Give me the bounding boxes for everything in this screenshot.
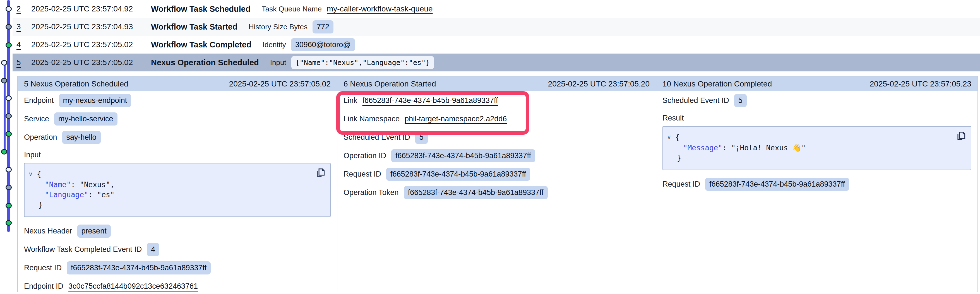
event-detail-label: Identity: [262, 40, 286, 49]
operation-id-badge: f665283f-743e-4374-b45b-9a61a89337ff: [391, 149, 535, 162]
wtce-id-badge: 4: [147, 243, 159, 256]
scheduled-event-id-badge: 5: [734, 94, 747, 107]
timeline-dot-scheduled: [1, 60, 7, 65]
event-history-view: 2 2025-02-25 UTC 23:57:04.92 Workflow Ta…: [0, 0, 980, 294]
field-endpoint: Endpoint my-nexus-endpoint: [24, 95, 331, 106]
panel-title: 6 Nexus Operation Started: [344, 79, 436, 88]
panel-nexus-operation-scheduled: 5 Nexus Operation Scheduled 2025-02-25 U…: [18, 76, 337, 292]
timeline-dot-completed: [6, 131, 12, 137]
collapse-chevron-icon[interactable]: ∨: [29, 169, 37, 179]
operation-badge: say-hello: [62, 131, 101, 144]
panel-header: 10 Nexus Operation Completed 2025-02-25 …: [656, 76, 977, 91]
panel-timestamp: 2025-02-25 UTC 23:57:05.02: [229, 79, 331, 88]
collapse-chevron-icon[interactable]: ∨: [667, 132, 675, 142]
event-name: Workflow Task Completed: [151, 40, 251, 49]
input-json-viewer: ∨{ "Name": "Nexus", "Language": "es" }: [24, 163, 331, 217]
endpoint-id-link[interactable]: 3c0c75ccfa8144b092c13ce632463761: [68, 282, 198, 291]
scheduled-event-id-badge: 5: [415, 131, 428, 144]
field-request-id: Request ID f665283f-743e-4374-b45b-9a61a…: [24, 262, 331, 273]
timeline-line-branch: [4, 63, 6, 153]
event-name: Workflow Task Scheduled: [151, 5, 251, 14]
event-detail-label: Input: [270, 58, 286, 67]
event-row-4[interactable]: 4 2025-02-25 UTC 23:57:05.02 Workflow Ta…: [13, 36, 980, 54]
result-section-label: Result: [662, 113, 971, 123]
field-request-id: Request ID f665283f-743e-4374-b45b-9a61a…: [344, 168, 650, 180]
timeline-dot-scheduled: [6, 6, 12, 12]
panel-title: 10 Nexus Operation Completed: [662, 79, 772, 88]
input-preview-badge: {"Name":"Nexus","Language":"es"}: [291, 56, 434, 69]
field-link-namespace: Link Namespace phil-target-namespace2.a2…: [344, 113, 650, 124]
event-detail-label: Task Queue Name: [262, 5, 322, 13]
event-group-detail: 5 Nexus Operation Scheduled 2025-02-25 U…: [17, 76, 978, 292]
timeline-dot-scheduled: [6, 95, 12, 101]
request-id-badge: f665283f-743e-4374-b45b-9a61a89337ff: [67, 261, 211, 275]
field-request-id: Request ID f665283f-743e-4374-b45b-9a61a…: [662, 178, 971, 190]
timeline-dot-started: [6, 113, 12, 119]
field-scheduled-event-id: Scheduled Event ID 5: [344, 132, 650, 143]
copy-icon[interactable]: [956, 130, 966, 141]
timeline-dot-completed: [6, 203, 12, 208]
event-name: Workflow Task Started: [151, 22, 237, 32]
event-detail-label: History Size Bytes: [249, 22, 307, 31]
timeline-dot-scheduled: [6, 167, 12, 172]
request-id-badge: f665283f-743e-4374-b45b-9a61a89337ff: [705, 178, 849, 191]
endpoint-badge: my-nexus-endpoint: [59, 94, 131, 107]
nexus-header-badge: present: [77, 224, 111, 238]
request-id-badge: f665283f-743e-4374-b45b-9a61a89337ff: [386, 168, 530, 181]
event-row-3[interactable]: 3 2025-02-25 UTC 23:57:04.93 Workflow Ta…: [13, 18, 980, 36]
panel-timestamp: 2025-02-25 UTC 23:57:05.20: [548, 79, 650, 88]
panel-title: 5 Nexus Operation Scheduled: [24, 79, 128, 88]
timeline-dot-started: [1, 78, 7, 83]
event-id-link[interactable]: 3: [16, 22, 31, 31]
input-section-label: Input: [24, 150, 331, 160]
operation-token-badge: f665283f-743e-4374-b45b-9a61a89337ff: [404, 186, 548, 199]
link-namespace-link[interactable]: phil-target-namespace2.a2dd6: [405, 114, 507, 123]
service-badge: my-hello-service: [54, 113, 118, 126]
timeline-dot-started: [6, 24, 12, 30]
timeline-dot-completed: [1, 149, 7, 154]
field-endpoint-id: Endpoint ID 3c0c75ccfa8144b092c13ce63246…: [24, 281, 331, 292]
event-timestamp: 2025-02-25 UTC 23:57:04.93: [31, 22, 151, 31]
panel-timestamp: 2025-02-25 UTC 23:57:05.23: [870, 79, 971, 88]
event-timestamp: 2025-02-25 UTC 23:57:05.02: [31, 58, 151, 67]
field-nexus-header: Nexus Header present: [24, 226, 331, 237]
timeline-dot-completed: [6, 42, 12, 48]
event-id-link[interactable]: 5: [16, 58, 31, 67]
identity-badge: 30960@totoro@: [291, 38, 355, 51]
field-operation-token: Operation Token f665283f-743e-4374-b45b-…: [344, 187, 650, 198]
link-workflow-link[interactable]: f665283f-743e-4374-b45b-9a61a89337ff: [363, 96, 498, 105]
field-scheduled-event-id: Scheduled Event ID 5: [662, 95, 971, 106]
event-id-link[interactable]: 4: [16, 40, 31, 49]
field-operation: Operation say-hello: [24, 132, 331, 143]
event-id-link[interactable]: 2: [16, 5, 31, 13]
panel-header: 5 Nexus Operation Scheduled 2025-02-25 U…: [18, 76, 337, 91]
event-name: Nexus Operation Scheduled: [151, 58, 259, 67]
field-link: Link f665283f-743e-4374-b45b-9a61a89337f…: [344, 95, 650, 106]
event-timestamp: 2025-02-25 UTC 23:57:04.92: [31, 5, 151, 13]
field-operation-id: Operation ID f665283f-743e-4374-b45b-9a6…: [344, 150, 650, 161]
event-row-5-selected[interactable]: 5 2025-02-25 UTC 23:57:05.02 Nexus Opera…: [13, 54, 980, 72]
field-service: Service my-hello-service: [24, 113, 331, 124]
task-queue-link[interactable]: my-caller-workflow-task-queue: [327, 5, 433, 13]
history-size-badge: 772: [313, 21, 334, 33]
result-json-viewer: ∨{ "Message": "¡Hola! Nexus 👋" }: [662, 126, 971, 170]
panel-header: 6 Nexus Operation Started 2025-02-25 UTC…: [337, 76, 656, 91]
event-timestamp: 2025-02-25 UTC 23:57:05.02: [31, 40, 151, 49]
panel-nexus-operation-started: 6 Nexus Operation Started 2025-02-25 UTC…: [337, 76, 656, 292]
timeline-dot-started: [6, 185, 12, 190]
timeline-dot-completed: [6, 220, 12, 226]
copy-icon[interactable]: [315, 167, 326, 178]
panel-nexus-operation-completed: 10 Nexus Operation Completed 2025-02-25 …: [656, 76, 977, 292]
field-workflow-task-completed-event-id: Workflow Task Completed Event ID 4: [24, 244, 331, 255]
event-row-2[interactable]: 2 2025-02-25 UTC 23:57:04.92 Workflow Ta…: [13, 0, 980, 18]
